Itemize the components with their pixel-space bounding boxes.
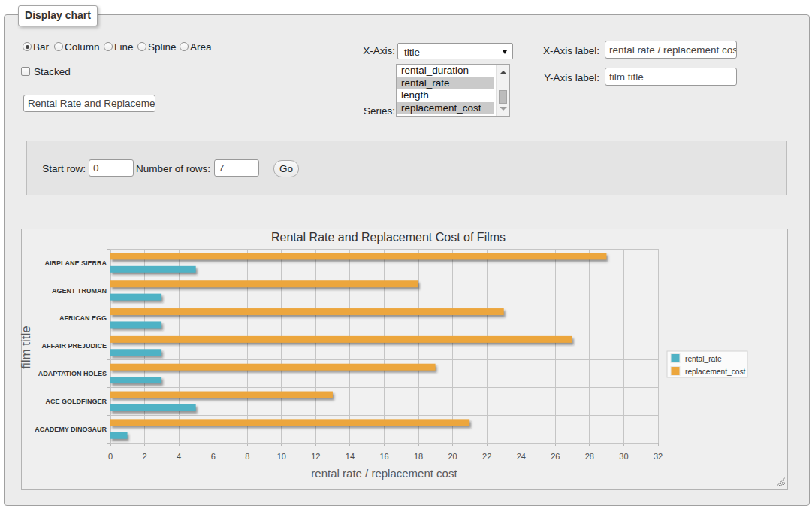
svg-text:AIRPLANE SIERRA: AIRPLANE SIERRA — [44, 259, 107, 267]
svg-text:AFRICAN EGG: AFRICAN EGG — [59, 314, 107, 322]
svg-text:24: 24 — [517, 452, 526, 461]
svg-text:6: 6 — [211, 452, 216, 461]
svg-text:rental_rate: rental_rate — [685, 355, 722, 363]
svg-text:10: 10 — [277, 452, 286, 461]
svg-text:ACADEMY DINOSAUR: ACADEMY DINOSAUR — [35, 426, 107, 433]
svg-text:AFFAIR PREJUDICE: AFFAIR PREJUDICE — [41, 342, 107, 350]
svg-text:26: 26 — [551, 452, 560, 461]
svg-text:AGENT TRUMAN: AGENT TRUMAN — [52, 287, 107, 295]
svg-text:0: 0 — [108, 452, 113, 461]
svg-text:replacement_cost: replacement_cost — [685, 368, 746, 376]
svg-text:12: 12 — [311, 452, 320, 461]
svg-text:rental rate / replacement cost: rental rate / replacement cost — [311, 467, 457, 480]
svg-text:30: 30 — [619, 452, 628, 461]
svg-text:18: 18 — [414, 452, 423, 461]
svg-text:4: 4 — [177, 452, 181, 461]
svg-text:ADAPTATION HOLES: ADAPTATION HOLES — [38, 370, 107, 377]
svg-text:22: 22 — [482, 452, 491, 461]
svg-text:2: 2 — [143, 452, 147, 461]
svg-text:20: 20 — [448, 452, 457, 461]
svg-text:8: 8 — [245, 452, 249, 461]
svg-text:ACE GOLDFINGER: ACE GOLDFINGER — [45, 398, 107, 405]
svg-text:film title: film title — [19, 326, 33, 369]
svg-text:16: 16 — [379, 452, 388, 461]
svg-text:28: 28 — [585, 452, 594, 461]
svg-text:Rental Rate and Replacement Co: Rental Rate and Replacement Cost of Film… — [271, 231, 506, 244]
svg-text:14: 14 — [346, 452, 355, 461]
svg-text:32: 32 — [654, 452, 663, 461]
